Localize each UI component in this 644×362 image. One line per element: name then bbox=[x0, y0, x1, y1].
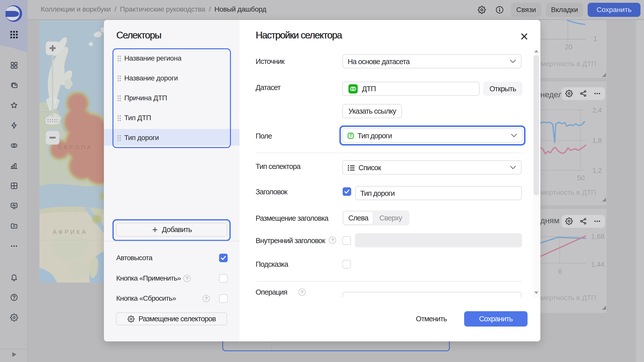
svg-text:1,8: 1,8 bbox=[592, 137, 602, 144]
svg-text:20: 20 bbox=[565, 43, 572, 51]
svg-text:мертность в ДТП: мертность в ДТП bbox=[540, 294, 596, 302]
svg-text:1,68: 1,68 bbox=[591, 233, 605, 240]
svg-text:1,44: 1,44 bbox=[591, 261, 605, 268]
svg-text:АФРИКА: АФРИКА bbox=[53, 229, 88, 235]
svg-text:1,2: 1,2 bbox=[592, 167, 602, 174]
svg-text:мертность в ДТП: мертность в ДТП bbox=[541, 60, 596, 68]
svg-text:6: 6 bbox=[558, 268, 562, 275]
svg-text:недел: недел bbox=[540, 90, 563, 99]
svg-text:1: 1 bbox=[593, 35, 597, 42]
svg-text:2,4: 2,4 bbox=[592, 107, 602, 114]
svg-text:50: 50 bbox=[577, 174, 585, 182]
svg-text:ЕВРОПА: ЕВРОПА bbox=[58, 144, 93, 150]
svg-text:мертность в ДТП: мертность в ДТП bbox=[540, 189, 596, 196]
